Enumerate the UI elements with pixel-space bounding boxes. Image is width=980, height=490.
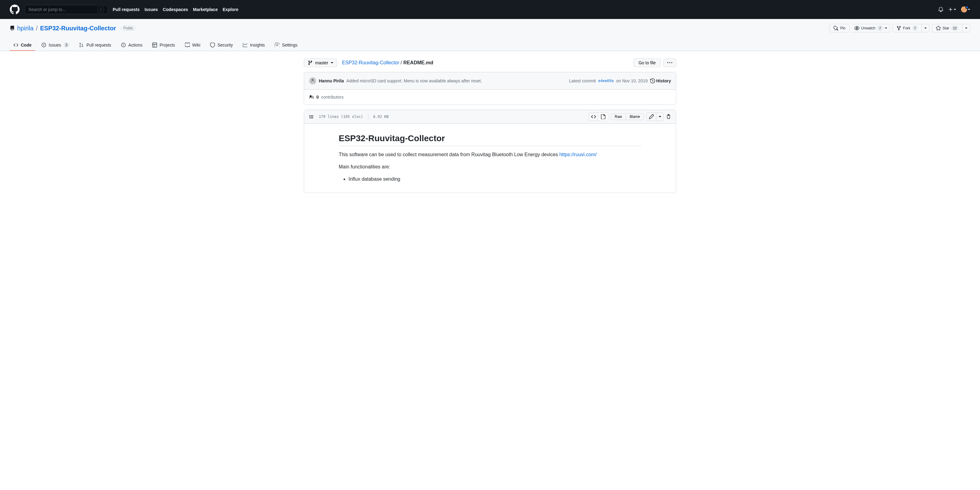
file-size: 6.92 KB — [373, 115, 389, 119]
breadcrumb-file: README.md — [403, 60, 433, 65]
go-to-file-button[interactable]: Go to file — [633, 59, 661, 67]
tab-actions[interactable]: Actions — [117, 40, 146, 51]
readme-link[interactable]: https://ruuvi.com/ — [559, 152, 597, 157]
commit-box: Hannu Pirila Added microSD card support.… — [304, 72, 676, 105]
create-new-dropdown[interactable] — [948, 7, 956, 12]
github-logo-icon[interactable] — [10, 5, 20, 14]
book-icon — [185, 43, 190, 48]
list-item: Influx database sending — [348, 175, 641, 183]
nav-pull-requests[interactable]: Pull requests — [113, 7, 140, 12]
file-box: 179 lines (105 sloc) 6.92 KB Raw Blame — [304, 110, 676, 193]
repo-name-link[interactable]: ESP32-Ruuvitag-Collector — [40, 25, 116, 32]
play-icon — [121, 43, 126, 48]
edit-dropdown[interactable] — [656, 112, 663, 121]
chevron-down-icon — [885, 27, 887, 29]
chevron-down-icon — [924, 27, 927, 29]
chevron-down-icon — [659, 116, 661, 117]
pin-button[interactable]: Pin — [829, 24, 849, 32]
commit-hash[interactable]: e4ee69a — [598, 79, 614, 83]
code-icon — [591, 114, 596, 119]
branch-icon — [308, 60, 313, 65]
shield-icon — [210, 43, 215, 48]
path-separator: / — [36, 25, 38, 32]
star-dropdown[interactable] — [963, 24, 970, 32]
issues-count: 3 — [64, 42, 69, 48]
tab-insights[interactable]: Insights — [239, 40, 269, 51]
toc-icon[interactable] — [309, 114, 314, 119]
fork-count: 7 — [912, 25, 918, 31]
graph-icon — [243, 43, 248, 48]
file-lines: 179 lines (105 sloc) — [319, 115, 363, 119]
nav-explore[interactable]: Explore — [223, 7, 238, 12]
repo-header: hpirila / ESP32-Ruuvitag-Collector Publi… — [0, 19, 980, 51]
fork-icon — [896, 26, 901, 30]
commit-message[interactable]: Added microSD card support. Menu is now … — [346, 78, 482, 83]
source-view-button[interactable] — [589, 112, 598, 121]
search-input[interactable]: Search or jump to... / — [24, 5, 108, 14]
user-menu[interactable] — [961, 6, 970, 13]
avatar — [961, 6, 967, 13]
issue-icon — [41, 43, 46, 48]
file-header: 179 lines (105 sloc) 6.92 KB Raw Blame — [304, 110, 676, 124]
eye-icon — [854, 26, 859, 30]
main-content: master ESP32-Ruuvitag-Collector / README… — [294, 51, 686, 200]
history-icon — [650, 78, 655, 83]
tab-projects[interactable]: Projects — [148, 40, 179, 51]
svg-point-1 — [43, 45, 45, 46]
star-count: 22 — [951, 25, 959, 31]
project-icon — [152, 43, 157, 48]
header-right — [939, 6, 970, 13]
commit-date: on Nov 10, 2019 — [616, 78, 648, 83]
star-button[interactable]: Star22 — [932, 24, 963, 32]
search-placeholder: Search or jump to... — [29, 7, 66, 12]
pull-request-icon — [79, 43, 84, 48]
repo-title: hpirila / ESP32-Ruuvitag-Collector Publi… — [10, 25, 136, 32]
visibility-badge: Public — [121, 26, 136, 30]
raw-button[interactable]: Raw — [611, 113, 626, 120]
author-name[interactable]: Hannu Pirila — [319, 78, 344, 83]
contributors-count: 0 — [317, 95, 319, 100]
chevron-down-icon — [331, 62, 333, 64]
readme-title: ESP32-Ruuvitag-Collector — [339, 134, 641, 146]
primary-nav: Pull requests Issues Codespaces Marketpl… — [113, 7, 238, 12]
history-link[interactable]: History — [650, 78, 671, 83]
blame-button[interactable]: Blame — [626, 113, 644, 120]
delete-icon[interactable] — [666, 114, 671, 119]
latest-commit-label: Latest commit — [569, 78, 596, 83]
tab-code[interactable]: Code — [10, 40, 35, 51]
status-dot-icon — [965, 6, 968, 9]
commit-header: Hannu Pirila Added microSD card support.… — [304, 72, 676, 90]
readme-content: ESP32-Ruuvitag-Collector This software c… — [304, 124, 676, 192]
tab-pulls[interactable]: Pull requests — [75, 40, 115, 51]
kebab-icon — [667, 60, 672, 65]
readme-intro: This software can be used to collect mea… — [339, 151, 641, 158]
edit-button[interactable] — [646, 112, 656, 121]
file-nav: master ESP32-Ruuvitag-Collector / README… — [304, 59, 676, 67]
watch-button[interactable]: Unwatch7 — [852, 24, 890, 32]
more-options-button[interactable] — [663, 59, 676, 67]
breadcrumb-repo[interactable]: ESP32-Ruuvitag-Collector — [342, 60, 399, 65]
fork-dropdown[interactable] — [922, 24, 929, 32]
notifications-icon[interactable] — [939, 7, 943, 12]
author-avatar — [309, 77, 317, 84]
tab-security[interactable]: Security — [207, 40, 237, 51]
branch-selector[interactable]: master — [304, 59, 337, 67]
watch-count: 7 — [877, 25, 883, 31]
nav-issues[interactable]: Issues — [145, 7, 158, 12]
rendered-view-button[interactable] — [598, 112, 608, 121]
tab-wiki[interactable]: Wiki — [181, 40, 204, 51]
pencil-icon — [649, 114, 654, 119]
contributors-row[interactable]: 0 contributors — [304, 90, 676, 105]
global-header: Search or jump to... / Pull requests Iss… — [0, 0, 980, 19]
tab-settings[interactable]: Settings — [271, 40, 301, 51]
repo-owner-link[interactable]: hpirila — [17, 25, 33, 32]
tab-issues[interactable]: Issues3 — [38, 40, 73, 51]
fork-button[interactable]: Fork7 — [892, 24, 922, 32]
readme-funcs-label: Main functionalities are: — [339, 163, 641, 170]
nav-marketplace[interactable]: Marketplace — [193, 7, 218, 12]
nav-codespaces[interactable]: Codespaces — [163, 7, 188, 12]
star-icon — [936, 26, 941, 30]
pin-icon — [833, 26, 838, 30]
code-icon — [13, 43, 18, 48]
repo-actions: Pin Unwatch7 Fork7 Star22 — [829, 24, 970, 32]
